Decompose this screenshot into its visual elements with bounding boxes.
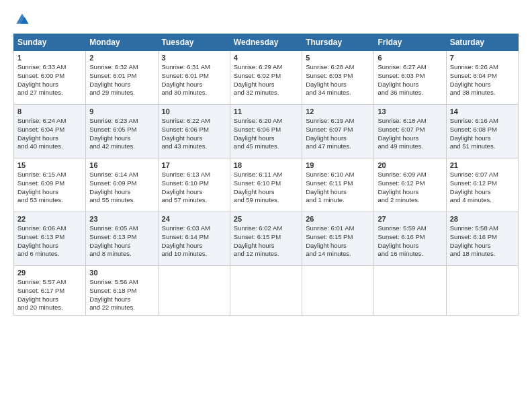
col-saturday: Saturday — [446, 34, 518, 51]
day-number: 12 — [306, 107, 370, 116]
table-row — [374, 266, 446, 316]
day-info: Sunrise: 6:27 AMSunset: 6:03 PMDaylight … — [378, 63, 442, 97]
table-row: 24 Sunrise: 6:03 AMSunset: 6:14 PMDaylig… — [158, 212, 230, 266]
table-row: 5 Sunrise: 6:28 AMSunset: 6:03 PMDayligh… — [302, 51, 374, 105]
col-monday: Monday — [86, 34, 158, 51]
table-row: 12 Sunrise: 6:19 AMSunset: 6:07 PMDaylig… — [302, 105, 374, 158]
day-info: Sunrise: 6:07 AMSunset: 6:12 PMDaylight … — [450, 171, 515, 205]
day-info: Sunrise: 6:13 AMSunset: 6:10 PMDaylight … — [162, 171, 226, 205]
day-number: 18 — [234, 161, 298, 169]
day-number: 16 — [89, 161, 154, 169]
day-number: 11 — [234, 107, 298, 116]
day-info: Sunrise: 6:32 AMSunset: 6:01 PMDaylight … — [89, 63, 154, 97]
calendar-header-row: Sunday Monday Tuesday Wednesday Thursday… — [14, 34, 519, 51]
table-row: 27 Sunrise: 5:59 AMSunset: 6:16 PMDaylig… — [374, 212, 446, 266]
table-row: 16 Sunrise: 6:14 AMSunset: 6:09 PMDaylig… — [86, 158, 158, 212]
day-info: Sunrise: 6:10 AMSunset: 6:11 PMDaylight … — [306, 171, 370, 205]
table-row: 22 Sunrise: 6:06 AMSunset: 6:13 PMDaylig… — [14, 212, 86, 266]
day-info: Sunrise: 6:22 AMSunset: 6:06 PMDaylight … — [162, 117, 226, 151]
table-row — [302, 266, 374, 316]
table-row: 29 Sunrise: 5:57 AMSunset: 6:17 PMDaylig… — [14, 266, 86, 316]
day-info: Sunrise: 6:28 AMSunset: 6:03 PMDaylight … — [306, 63, 370, 97]
day-info: Sunrise: 5:56 AMSunset: 6:18 PMDaylight … — [89, 278, 154, 312]
day-number: 9 — [89, 107, 154, 116]
table-row: 8 Sunrise: 6:24 AMSunset: 6:04 PMDayligh… — [14, 105, 86, 158]
day-number: 4 — [234, 54, 298, 62]
day-number: 2 — [89, 54, 154, 62]
day-info: Sunrise: 6:23 AMSunset: 6:05 PMDaylight … — [89, 117, 154, 151]
day-info: Sunrise: 6:01 AMSunset: 6:15 PMDaylight … — [306, 224, 370, 259]
day-info: Sunrise: 6:33 AMSunset: 6:00 PMDaylight … — [17, 63, 82, 97]
calendar-week-row: 22 Sunrise: 6:06 AMSunset: 6:13 PMDaylig… — [14, 212, 519, 266]
table-row: 28 Sunrise: 5:58 AMSunset: 6:16 PMDaylig… — [446, 212, 518, 266]
col-tuesday: Tuesday — [158, 34, 230, 51]
day-info: Sunrise: 6:19 AMSunset: 6:07 PMDaylight … — [306, 117, 370, 151]
table-row: 2 Sunrise: 6:32 AMSunset: 6:01 PMDayligh… — [86, 51, 158, 105]
day-number: 1 — [17, 54, 82, 62]
day-info: Sunrise: 6:26 AMSunset: 6:04 PMDaylight … — [450, 63, 515, 97]
day-info: Sunrise: 6:24 AMSunset: 6:04 PMDaylight … — [17, 117, 82, 151]
day-number: 19 — [306, 161, 370, 169]
day-number: 6 — [378, 54, 442, 62]
day-number: 30 — [89, 269, 154, 277]
day-info: Sunrise: 6:06 AMSunset: 6:13 PMDaylight … — [17, 224, 82, 259]
calendar-week-row: 29 Sunrise: 5:57 AMSunset: 6:17 PMDaylig… — [14, 266, 519, 316]
table-row — [230, 266, 302, 316]
day-info: Sunrise: 5:59 AMSunset: 6:16 PMDaylight … — [378, 224, 442, 259]
logo — [13, 12, 31, 30]
table-row: 18 Sunrise: 6:11 AMSunset: 6:10 PMDaylig… — [230, 158, 302, 212]
logo-icon — [15, 12, 30, 27]
day-number: 26 — [306, 215, 370, 223]
table-row: 3 Sunrise: 6:31 AMSunset: 6:01 PMDayligh… — [158, 51, 230, 105]
table-row: 23 Sunrise: 6:05 AMSunset: 6:13 PMDaylig… — [86, 212, 158, 266]
table-row: 19 Sunrise: 6:10 AMSunset: 6:11 PMDaylig… — [302, 158, 374, 212]
table-row: 21 Sunrise: 6:07 AMSunset: 6:12 PMDaylig… — [446, 158, 518, 212]
table-row: 14 Sunrise: 6:16 AMSunset: 6:08 PMDaylig… — [446, 105, 518, 158]
day-number: 25 — [234, 215, 298, 223]
page: Sunday Monday Tuesday Wednesday Thursday… — [0, 0, 532, 322]
table-row: 10 Sunrise: 6:22 AMSunset: 6:06 PMDaylig… — [158, 105, 230, 158]
day-number: 22 — [17, 215, 82, 223]
table-row: 26 Sunrise: 6:01 AMSunset: 6:15 PMDaylig… — [302, 212, 374, 266]
day-info: Sunrise: 6:20 AMSunset: 6:06 PMDaylight … — [234, 117, 298, 151]
calendar-week-row: 1 Sunrise: 6:33 AMSunset: 6:00 PMDayligh… — [14, 51, 519, 105]
calendar-table: Sunday Monday Tuesday Wednesday Thursday… — [13, 34, 519, 316]
table-row: 9 Sunrise: 6:23 AMSunset: 6:05 PMDayligh… — [86, 105, 158, 158]
header — [13, 12, 519, 30]
day-info: Sunrise: 6:03 AMSunset: 6:14 PMDaylight … — [162, 224, 226, 259]
day-number: 10 — [162, 107, 226, 116]
day-info: Sunrise: 6:16 AMSunset: 6:08 PMDaylight … — [450, 117, 515, 151]
day-number: 14 — [450, 107, 515, 116]
day-info: Sunrise: 6:31 AMSunset: 6:01 PMDaylight … — [162, 63, 226, 97]
table-row — [158, 266, 230, 316]
table-row: 1 Sunrise: 6:33 AMSunset: 6:00 PMDayligh… — [14, 51, 86, 105]
day-info: Sunrise: 6:18 AMSunset: 6:07 PMDaylight … — [378, 117, 442, 151]
day-info: Sunrise: 6:29 AMSunset: 6:02 PMDaylight … — [234, 63, 298, 97]
day-info: Sunrise: 6:05 AMSunset: 6:13 PMDaylight … — [89, 224, 154, 259]
day-number: 3 — [162, 54, 226, 62]
calendar-week-row: 8 Sunrise: 6:24 AMSunset: 6:04 PMDayligh… — [14, 105, 519, 158]
calendar-week-row: 15 Sunrise: 6:15 AMSunset: 6:09 PMDaylig… — [14, 158, 519, 212]
day-number: 28 — [450, 215, 515, 223]
day-info: Sunrise: 5:58 AMSunset: 6:16 PMDaylight … — [450, 224, 515, 259]
table-row: 4 Sunrise: 6:29 AMSunset: 6:02 PMDayligh… — [230, 51, 302, 105]
day-number: 8 — [17, 107, 82, 116]
col-friday: Friday — [374, 34, 446, 51]
day-info: Sunrise: 6:09 AMSunset: 6:12 PMDaylight … — [378, 171, 442, 205]
day-number: 13 — [378, 107, 442, 116]
day-number: 5 — [306, 54, 370, 62]
table-row: 15 Sunrise: 6:15 AMSunset: 6:09 PMDaylig… — [14, 158, 86, 212]
day-number: 17 — [162, 161, 226, 169]
table-row: 13 Sunrise: 6:18 AMSunset: 6:07 PMDaylig… — [374, 105, 446, 158]
table-row: 20 Sunrise: 6:09 AMSunset: 6:12 PMDaylig… — [374, 158, 446, 212]
day-number: 29 — [17, 269, 82, 277]
day-info: Sunrise: 6:14 AMSunset: 6:09 PMDaylight … — [89, 171, 154, 205]
table-row: 30 Sunrise: 5:56 AMSunset: 6:18 PMDaylig… — [86, 266, 158, 316]
col-thursday: Thursday — [302, 34, 374, 51]
table-row: 6 Sunrise: 6:27 AMSunset: 6:03 PMDayligh… — [374, 51, 446, 105]
table-row — [446, 266, 518, 316]
day-number: 24 — [162, 215, 226, 223]
day-number: 23 — [89, 215, 154, 223]
day-number: 20 — [378, 161, 442, 169]
day-info: Sunrise: 6:15 AMSunset: 6:09 PMDaylight … — [17, 171, 82, 205]
